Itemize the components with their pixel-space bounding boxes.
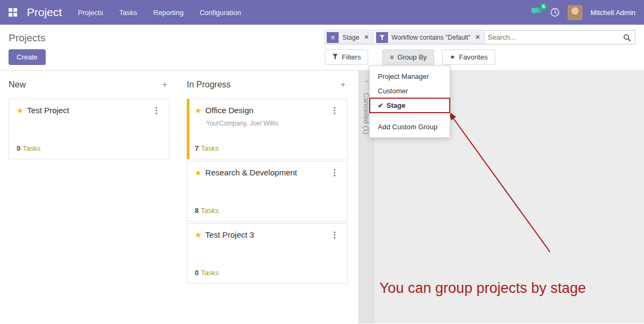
kebab-menu-icon[interactable]: ⋮ (330, 168, 340, 178)
tasks-count-link[interactable]: 8Tasks (195, 207, 340, 215)
menu-item-add-custom-group[interactable]: Add Custom Group (370, 120, 450, 134)
menu-projects[interactable]: Projects (78, 9, 103, 17)
close-icon[interactable]: ✕ (474, 32, 484, 43)
group-by-icon: ≡ (327, 32, 339, 43)
search-facet-filter: Workflow contains "Default" ✕ (376, 32, 485, 43)
kanban-column-in-progress: In Progress + ★ Office Design ⋮ YourComp… (187, 78, 348, 323)
favorite-star-icon[interactable]: ★ (195, 106, 202, 116)
kanban-board: New + ★ Test Project ⋮ 0Tasks In Progres… (0, 71, 644, 323)
tasks-count-link[interactable]: 7Tasks (195, 144, 340, 152)
menu-divider (370, 116, 450, 116)
menu-reporting[interactable]: Reporting (153, 9, 184, 17)
add-column-record-icon[interactable]: + (160, 79, 170, 90)
group-by-dropdown: Project Manager Customer ✔ Stage Add Cus… (369, 65, 450, 138)
group-by-button[interactable]: ≡ Group By (382, 49, 434, 65)
card-title: Test Project 3 (206, 230, 254, 239)
control-panel: Projects ≡ Stage ✕ Workflow contains "De… (0, 25, 644, 71)
search-icon[interactable] (623, 34, 631, 44)
user-name[interactable]: Mitchell Admin (590, 9, 635, 17)
facet-label: Workflow contains "Default" (388, 32, 474, 43)
messages-icon[interactable]: 5 (531, 7, 542, 18)
menu-item-project-manager[interactable]: Project Manager (370, 69, 450, 84)
clock-icon (550, 8, 560, 17)
column-title: In Progress (187, 80, 231, 90)
project-card[interactable]: ★ Test Project 3 ⋮ 0Tasks (187, 223, 348, 284)
tasks-count-link[interactable]: 0Tasks (195, 269, 340, 277)
kebab-menu-icon[interactable]: ⋮ (330, 230, 340, 240)
kanban-column-new: New + ★ Test Project ⋮ 0Tasks (9, 78, 170, 323)
check-icon: ✔ (378, 102, 383, 109)
search-bar[interactable]: ≡ Stage ✕ Workflow contains "Default" ✕ (325, 30, 635, 45)
kebab-menu-icon[interactable]: ⋮ (151, 106, 162, 115)
search-input[interactable] (487, 33, 620, 42)
card-subtitle: YourCompany, Joel Willis (206, 120, 340, 127)
menu-tasks[interactable]: Tasks (119, 9, 137, 17)
user-avatar[interactable] (568, 5, 582, 20)
project-card[interactable]: ★ Research & Development ⋮ 8Tasks (187, 161, 348, 222)
menu-item-customer[interactable]: Customer (370, 84, 450, 98)
group-by-icon: ≡ (390, 54, 393, 61)
card-title: Test Project (27, 106, 69, 115)
menu-configuration[interactable]: Configuration (200, 9, 241, 17)
star-icon: ★ (450, 54, 455, 61)
top-navbar: Project Projects Tasks Reporting Configu… (0, 0, 644, 25)
card-title: Research & Development (206, 168, 297, 177)
app-title: Project (27, 6, 62, 19)
main-menu: Projects Tasks Reporting Configuration (78, 9, 241, 17)
card-title: Office Design (206, 106, 254, 115)
filters-button[interactable]: Filters (325, 49, 368, 65)
tasks-count-link[interactable]: 0Tasks (17, 144, 162, 152)
project-card[interactable]: ★ Test Project ⋮ 0Tasks (9, 99, 170, 159)
expand-column-icon[interactable]: → (363, 76, 370, 84)
search-controls: Filters ≡ Group By ★ Favorites (325, 49, 635, 65)
unread-count-badge: 5 (540, 3, 547, 10)
facet-label: Stage (339, 32, 363, 43)
close-icon[interactable]: ✕ (363, 32, 372, 43)
favorites-button[interactable]: ★ Favorites (442, 49, 495, 65)
favorite-star-icon[interactable]: ★ (195, 168, 202, 179)
favorite-star-icon[interactable]: ★ (195, 230, 202, 241)
kebab-menu-icon[interactable]: ⋮ (330, 106, 340, 115)
add-column-record-icon[interactable]: + (338, 79, 348, 90)
apps-menu-icon[interactable] (9, 8, 17, 17)
favorite-star-icon[interactable]: ★ (17, 106, 24, 116)
filter-icon (332, 53, 338, 61)
project-card[interactable]: ★ Office Design ⋮ YourCompany, Joel Will… (187, 99, 348, 159)
breadcrumb: Projects (9, 32, 46, 44)
activities-icon[interactable] (550, 8, 560, 17)
search-facet-groupby: ≡ Stage ✕ (326, 32, 374, 43)
create-button[interactable]: Create (9, 49, 46, 65)
column-title: New (9, 80, 26, 90)
filter-icon (376, 32, 388, 43)
menu-item-stage[interactable]: ✔ Stage (370, 98, 450, 113)
